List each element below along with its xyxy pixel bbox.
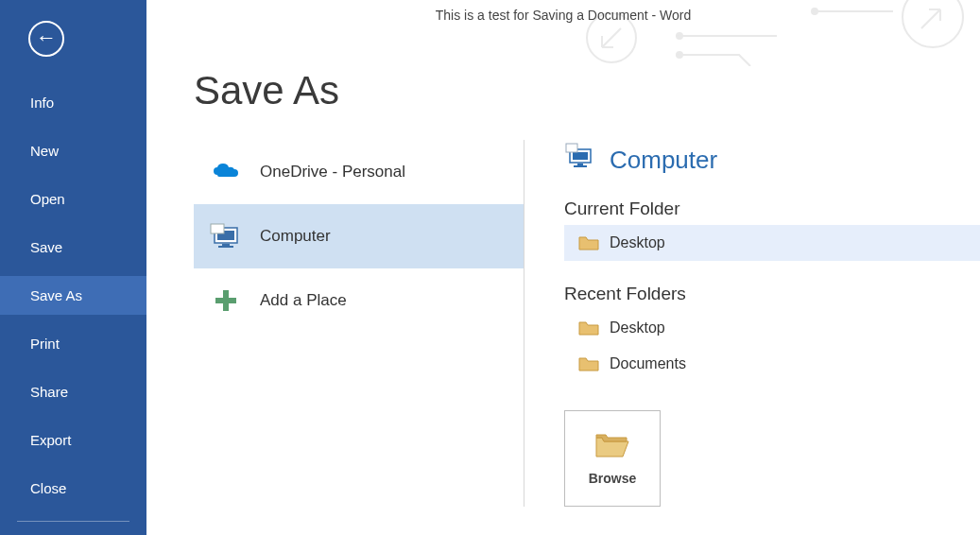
detail-heading: Computer: [564, 142, 980, 178]
detail-title: Computer: [610, 146, 717, 175]
place-label: OneDrive - Personal: [260, 163, 405, 181]
onedrive-icon: [205, 162, 247, 182]
svg-rect-15: [574, 165, 587, 167]
add-place-icon: [205, 287, 247, 314]
recent-folder-item[interactable]: Documents: [564, 346, 980, 382]
sidebar-item-save[interactable]: Save: [0, 228, 146, 267]
save-places-list: OneDrive - Personal Computer: [194, 140, 524, 507]
folder-icon: [577, 235, 600, 250]
sidebar-item-new[interactable]: New: [0, 131, 146, 170]
sidebar-separator: [17, 521, 129, 522]
current-folder-label: Current Folder: [564, 198, 980, 219]
place-computer[interactable]: Computer: [194, 204, 524, 268]
browse-button[interactable]: Browse: [564, 410, 661, 507]
folder-label: Desktop: [610, 319, 665, 337]
folder-open-icon: [594, 432, 630, 461]
window-title: This is a test for Saving a Document - W…: [146, 0, 980, 30]
back-arrow-icon: ←: [36, 27, 57, 48]
svg-rect-16: [566, 144, 577, 152]
backstage-sidebar: ← Info New Open Save Save As Print Share…: [0, 0, 146, 535]
place-label: Computer: [260, 227, 331, 246]
sidebar-item-print[interactable]: Print: [0, 324, 146, 363]
place-add[interactable]: Add a Place: [194, 268, 524, 333]
svg-rect-8: [218, 246, 233, 248]
sidebar-item-info[interactable]: Info: [0, 83, 146, 122]
sidebar-item-open[interactable]: Open: [0, 180, 146, 218]
sidebar-item-share[interactable]: Share: [0, 372, 146, 411]
folder-icon: [577, 320, 600, 336]
svg-point-2: [677, 33, 682, 39]
computer-icon: [564, 142, 596, 178]
folder-icon: [577, 356, 600, 371]
recent-folder-item[interactable]: Desktop: [564, 310, 980, 346]
recent-folders-label: Recent Folders: [564, 284, 980, 304]
svg-rect-7: [222, 244, 230, 246]
current-folder-item[interactable]: Desktop: [564, 225, 980, 261]
sidebar-item-close[interactable]: Close: [0, 469, 146, 508]
main-panel: Save As OneDrive - Personal: [194, 68, 980, 535]
svg-rect-9: [211, 224, 224, 233]
svg-rect-14: [577, 164, 583, 165]
place-onedrive[interactable]: OneDrive - Personal: [194, 140, 524, 204]
place-label: Add a Place: [260, 291, 347, 310]
sidebar-item-export[interactable]: Export: [0, 421, 146, 459]
browse-label: Browse: [589, 471, 637, 486]
sidebar-item-save-as[interactable]: Save As: [0, 276, 146, 315]
save-detail-panel: Computer Current Folder Desktop Recent F…: [524, 140, 980, 507]
back-button[interactable]: ←: [28, 21, 64, 57]
svg-rect-11: [215, 298, 236, 303]
page-title: Save As: [194, 68, 980, 113]
folder-label: Documents: [610, 355, 686, 372]
folder-label: Desktop: [610, 234, 665, 251]
svg-rect-13: [573, 152, 588, 160]
svg-point-4: [677, 52, 682, 58]
computer-icon: [205, 222, 247, 250]
